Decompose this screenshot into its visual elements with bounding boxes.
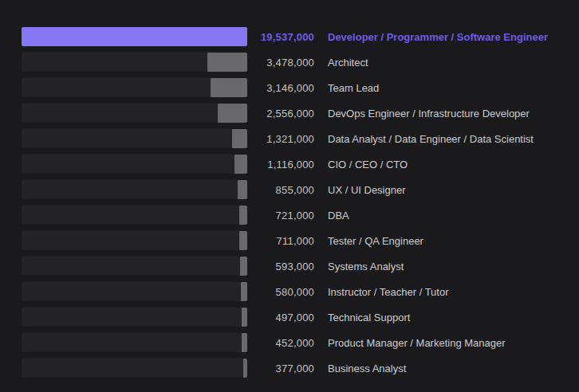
bar-category-label: Tester / QA Engineer <box>314 235 579 247</box>
chart-row: 721,000DBA <box>22 206 579 225</box>
bar-track[interactable] <box>22 308 247 327</box>
bar-fill[interactable] <box>207 53 247 72</box>
bar-category-label: Instructor / Teacher / Tutor <box>314 286 579 298</box>
chart-row: 711,000Tester / QA Engineer <box>22 231 579 250</box>
chart-row: 377,000Business Analyst <box>22 359 579 378</box>
bar-value-label: 452,000 <box>247 337 314 349</box>
bar-fill[interactable] <box>238 180 247 199</box>
bar-value-label: 3,478,000 <box>247 57 314 69</box>
bar-category-label: Data Analyst / Data Engineer / Data Scie… <box>314 133 579 145</box>
bar-fill[interactable] <box>218 104 247 123</box>
bar-fill[interactable] <box>211 78 247 97</box>
chart-row: 1,321,000Data Analyst / Data Engineer / … <box>22 129 579 148</box>
bar-track[interactable] <box>22 104 247 123</box>
bar-category-label: CIO / CEO / CTO <box>314 159 579 171</box>
bar-track[interactable] <box>22 27 247 46</box>
bar-track[interactable] <box>22 206 247 225</box>
bar-fill[interactable] <box>239 206 247 225</box>
bar-value-label: 721,000 <box>247 210 314 221</box>
bar-track[interactable] <box>22 257 247 276</box>
chart-row: 855,000UX / UI Designer <box>22 180 579 199</box>
bar-fill[interactable] <box>240 257 247 276</box>
bar-category-label: UX / UI Designer <box>314 184 579 196</box>
bar-fill[interactable] <box>241 282 247 301</box>
chart-row: 452,000Product Manager / Marketing Manag… <box>22 333 579 352</box>
bar-category-label: Product Manager / Marketing Manager <box>314 337 579 349</box>
bar-track[interactable] <box>22 231 247 250</box>
chart-row: 19,537,000Developer / Programmer / Softw… <box>22 27 579 46</box>
bar-category-label: DevOps Engineer / Infrastructure Develop… <box>314 108 579 120</box>
bar-value-label: 377,000 <box>247 363 314 374</box>
bar-category-label: Technical Support <box>314 312 579 323</box>
bar-category-label: Team Lead <box>314 82 579 94</box>
bar-fill[interactable] <box>242 308 247 327</box>
bar-fill[interactable] <box>242 333 247 352</box>
bar-value-label: 593,000 <box>247 261 314 272</box>
bar-track[interactable] <box>22 333 247 352</box>
chart-row: 2,556,000DevOps Engineer / Infrastructur… <box>22 104 579 123</box>
bar-value-label: 711,000 <box>247 235 314 247</box>
bar-fill[interactable] <box>232 129 247 148</box>
bar-category-label: Systems Analyst <box>314 261 579 272</box>
bar-fill[interactable] <box>239 231 247 250</box>
chart-rows: 19,537,000Developer / Programmer / Softw… <box>22 27 579 378</box>
bar-track[interactable] <box>22 180 247 199</box>
bar-category-label: Business Analyst <box>314 363 579 374</box>
bar-track[interactable] <box>22 359 247 378</box>
bar-value-label: 1,116,000 <box>247 159 314 171</box>
bar-fill[interactable] <box>22 27 247 46</box>
bar-value-label: 580,000 <box>247 286 314 298</box>
bar-track[interactable] <box>22 53 247 72</box>
chart-row: 593,000Systems Analyst <box>22 257 579 276</box>
bar-value-label: 497,000 <box>247 312 314 323</box>
bar-track[interactable] <box>22 155 247 174</box>
chart-row: 1,116,000CIO / CEO / CTO <box>22 155 579 174</box>
bar-fill[interactable] <box>234 155 247 174</box>
bar-fill[interactable] <box>243 359 247 378</box>
bar-track[interactable] <box>22 129 247 148</box>
bar-value-label: 2,556,000 <box>247 108 314 120</box>
chart-row: 3,478,000Architect <box>22 53 579 72</box>
bar-chart: 19,537,000Developer / Programmer / Softw… <box>0 0 579 392</box>
chart-row: 3,146,000Team Lead <box>22 78 579 97</box>
bar-category-label: Architect <box>314 57 579 69</box>
bar-value-label: 19,537,000 <box>247 31 314 43</box>
bar-track[interactable] <box>22 78 247 97</box>
bar-category-label: DBA <box>314 210 579 221</box>
bar-track[interactable] <box>22 282 247 301</box>
chart-row: 497,000Technical Support <box>22 308 579 327</box>
bar-category-label: Developer / Programmer / Software Engine… <box>314 31 579 43</box>
bar-value-label: 3,146,000 <box>247 82 314 94</box>
bar-value-label: 1,321,000 <box>247 133 314 145</box>
bar-value-label: 855,000 <box>247 184 314 196</box>
chart-row: 580,000Instructor / Teacher / Tutor <box>22 282 579 301</box>
